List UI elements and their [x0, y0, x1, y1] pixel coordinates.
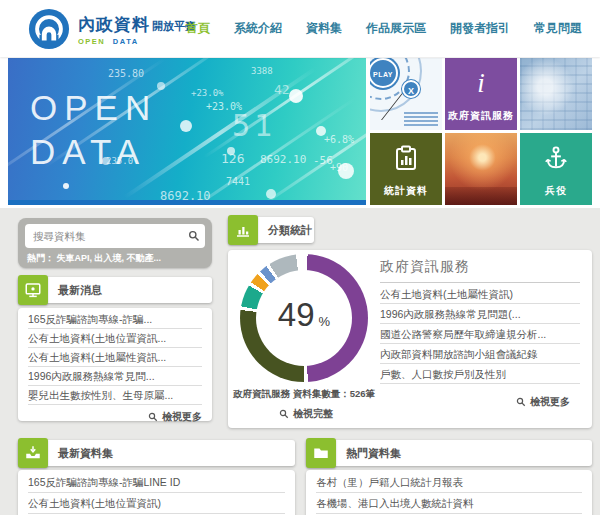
hot-datasets-title: 熱門資料集 — [346, 440, 401, 466]
tile-sunset-image[interactable] — [445, 133, 517, 205]
nav-item-about[interactable]: 系統介紹 — [234, 20, 282, 37]
donut-center-unit: % — [319, 314, 331, 329]
latest-datasets-list: 165反詐騙諮詢專線-詐騙LINE ID 公有土地資料(土地位置資訊) — [18, 470, 295, 514]
dataset-search-panel: 熱門： 失車API, 出入境, 不動產... — [18, 218, 212, 268]
monitor-icon — [18, 275, 48, 305]
magnifier-icon — [516, 397, 526, 407]
tile-map-image[interactable] — [520, 58, 592, 130]
hero-number: 8692.10 — [260, 153, 306, 166]
news-item[interactable]: 嬰兒出生數按性別、生母原屬... — [28, 386, 202, 405]
hero-number: +6.8% — [324, 134, 354, 145]
tile-military-service[interactable]: 兵役 — [520, 133, 592, 205]
news-view-more-link[interactable]: 檢視更多 — [18, 405, 212, 424]
sea — [445, 187, 517, 205]
tile-label: 政府資訊服務 — [445, 109, 517, 123]
blueprint-bars — [404, 112, 438, 126]
search-field — [25, 224, 205, 248]
hero-number: 235.0 — [106, 156, 133, 166]
nav-item-home[interactable]: 首頁 — [186, 20, 210, 37]
gov-info-item[interactable]: 公有土地資料(土地屬性資訊) — [380, 284, 580, 304]
latest-datasets-title: 最新資料集 — [58, 440, 113, 466]
gov-info-item[interactable]: 1996內政服務熱線常見問題(... — [380, 304, 580, 324]
anchor-icon — [520, 145, 592, 175]
search-button[interactable] — [183, 224, 205, 248]
stats-section-title: 分類統計 — [268, 217, 312, 243]
hot-datasets-list: 各村（里）戶籍人口統計月報表 各機場、港口入出境人數統計資料 — [306, 470, 592, 514]
gov-info-title: 政府資訊服務 — [380, 258, 580, 283]
tile-statistics[interactable]: 統計資料 — [370, 133, 442, 205]
donut-hole: 49 % — [256, 270, 352, 366]
gov-info-item[interactable]: 戶數、人口數按戶別及性別 — [380, 364, 580, 384]
hero-number: 8692.10 — [160, 189, 211, 203]
folder-icon — [306, 438, 336, 468]
hot-keywords[interactable]: 熱門： 失車API, 出入境, 不動產... — [27, 252, 161, 265]
hot-datasets-card: 各村（里）戶籍人口統計月報表 各機場、港口入出境人數統計資料 — [306, 470, 592, 515]
bar-chart-icon — [228, 215, 258, 245]
info-icon: i — [445, 70, 517, 97]
news-item[interactable]: 公有土地資料(土地位置資訊... — [28, 329, 202, 348]
magnifier-icon — [279, 409, 289, 419]
gov-info-list: 公有土地資料(土地屬性資訊) 1996內政服務熱線常見問題(... 國道公路警察… — [380, 284, 580, 384]
news-item[interactable]: 公有土地資料(土地屬性資訊... — [28, 348, 202, 367]
dataset-tray-icon — [18, 438, 48, 468]
news-list: 165反詐騙諮詢專線-詐騙... 公有土地資料(土地位置資訊... 公有土地資料… — [18, 308, 212, 405]
gov-info-item[interactable]: 內政部資料開放諮詢小組會議紀錄 — [380, 344, 580, 364]
tile-label: 兵役 — [520, 184, 592, 198]
stats-section-tab: 分類統計 — [228, 217, 314, 243]
close-icon[interactable]: X — [402, 80, 420, 98]
hero-title: OPEN DATA — [30, 86, 157, 174]
dataset-item[interactable]: 各村（里）戶籍人口統計月報表 — [316, 472, 582, 493]
hero-banner[interactable]: OPEN DATA 235.80 +23.0% +23.0% 3388 42 5… — [8, 58, 366, 205]
moi-logo-icon — [28, 8, 70, 50]
hero-number: 51 — [232, 108, 276, 143]
hero-number: 3388 — [251, 66, 273, 76]
dataset-item[interactable]: 165反詐騙諮詢專線-詐騙LINE ID — [28, 472, 285, 493]
tile-label: 統計資料 — [370, 184, 442, 198]
category-tile-grid: PLAY X i 政府資訊服務 統計資料 — [370, 58, 592, 205]
main-nav: 首頁 系統介紹 資料集 作品展示區 開發者指引 常見問題 — [186, 0, 582, 57]
donut-center-value: 49 — [278, 296, 315, 334]
hero-number: 235.80 — [108, 68, 144, 79]
dataset-item[interactable]: 各機場、港口入出境人數統計資料 — [316, 493, 582, 514]
nav-item-faq[interactable]: 常見問題 — [534, 20, 582, 37]
site-logo[interactable]: 內政資料 開放平臺 OPEN DATA — [28, 8, 196, 50]
news-item[interactable]: 1996內政服務熱線常見問... — [28, 367, 202, 386]
news-section-tab: 最新消息 — [18, 277, 212, 303]
nav-item-dev-guide[interactable]: 開發者指引 — [450, 20, 510, 37]
hero-number: 126 — [221, 151, 244, 166]
hero-number: 42 — [274, 82, 290, 97]
logo-open-text: OPEN — [78, 37, 105, 46]
tile-play-video[interactable]: PLAY X — [370, 58, 442, 130]
tile-gov-info-service[interactable]: i 政府資訊服務 — [445, 58, 517, 130]
header: 內政資料 開放平臺 OPEN DATA 首頁 系統介紹 資料集 作品展示區 開發… — [0, 0, 600, 57]
gov-info-view-more-link[interactable]: 檢視更多 — [460, 390, 580, 409]
magnifier-icon — [148, 412, 158, 422]
news-section-title: 最新消息 — [58, 277, 102, 303]
clipboard-chart-icon — [370, 145, 442, 175]
dataset-item[interactable]: 公有土地資料(土地位置資訊) — [28, 493, 285, 514]
category-donut-chart[interactable]: 49 % — [240, 254, 368, 382]
nav-item-showcase[interactable]: 作品展示區 — [366, 20, 426, 37]
logo-text: 內政資料 開放平臺 OPEN DATA — [78, 13, 196, 46]
logo-title: 內政資料 — [78, 13, 150, 36]
page: 內政資料 開放平臺 OPEN DATA 首頁 系統介紹 資料集 作品展示區 開發… — [0, 0, 600, 515]
nav-item-datasets[interactable]: 資料集 — [306, 20, 342, 37]
gov-info-item[interactable]: 國道公路警察局歷年取締違規分析... — [380, 324, 580, 344]
search-icon — [188, 230, 200, 242]
view-full-stats-link[interactable]: 檢視完整 — [246, 402, 366, 421]
hero-number: +90 — [330, 162, 348, 173]
map-glow — [520, 58, 592, 130]
latest-datasets-tab: 最新資料集 — [18, 440, 295, 466]
hero-number: +23.0% — [191, 88, 224, 98]
hero-number: 7441 — [226, 176, 250, 187]
news-card: 165反詐騙諮詢專線-詐騙... 公有土地資料(土地位置資訊... 公有土地資料… — [18, 308, 212, 421]
search-input[interactable] — [25, 230, 183, 242]
bokeh-dots — [63, 183, 69, 189]
hot-datasets-tab: 熱門資料集 — [306, 440, 592, 466]
news-item[interactable]: 165反詐騙諮詢專線-詐騙... — [28, 310, 202, 329]
latest-datasets-card: 165反詐騙諮詢專線-詐騙LINE ID 公有土地資料(土地位置資訊) — [18, 470, 295, 515]
donut-caption: 政府資訊服務 資料集數量：526筆 — [228, 388, 380, 401]
logo-data-text: DATA — [113, 37, 139, 46]
